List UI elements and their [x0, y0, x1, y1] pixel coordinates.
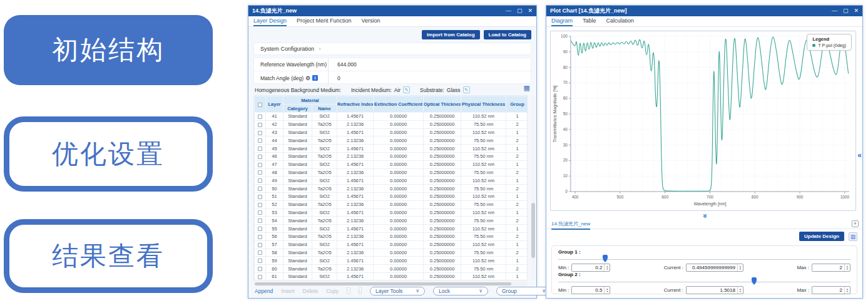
- minimize-icon[interactable]: —: [506, 6, 511, 16]
- workflow-step-1[interactable]: 初始结构: [4, 15, 213, 85]
- reference-wavelength-value[interactable]: 644.000: [328, 58, 531, 71]
- edit-substrate-icon[interactable]: ✎: [463, 86, 470, 93]
- load-to-catalog-button[interactable]: Load to Catalog: [484, 30, 531, 39]
- collapse-panel-icon[interactable]: «: [857, 151, 862, 160]
- tab-calculation[interactable]: Calculation: [606, 16, 635, 26]
- close-icon[interactable]: ✕: [528, 6, 533, 16]
- current-input[interactable]: 0.49459999999999▴▾: [686, 264, 743, 272]
- select-all-checkbox[interactable]: [258, 103, 262, 107]
- row-checkbox[interactable]: [258, 131, 262, 135]
- row-checkbox[interactable]: [258, 267, 262, 271]
- tab-project-merit-function[interactable]: Project Merit Function: [297, 16, 352, 26]
- row-checkbox[interactable]: [258, 235, 262, 239]
- spinner-down-icon[interactable]: ▾: [606, 268, 608, 270]
- row-checkbox[interactable]: [258, 210, 262, 215]
- table-cell: 0.25000000: [424, 200, 461, 208]
- plot-window-titlebar[interactable]: Plot Chart [14.负滤光片_new] — ▢ ✕: [546, 6, 862, 16]
- workflow-step-2[interactable]: 优化设置: [4, 116, 213, 192]
- tab-table[interactable]: Table: [583, 16, 596, 26]
- minimize-icon[interactable]: —: [832, 6, 837, 16]
- slider-handle[interactable]: [603, 255, 608, 259]
- tab-version[interactable]: Version: [362, 16, 380, 26]
- spinner-buttons[interactable]: ▴▾: [737, 264, 743, 271]
- row-checkbox[interactable]: [258, 275, 262, 279]
- svg-text:1000: 1000: [840, 195, 850, 199]
- info-icon[interactable]: i: [312, 75, 318, 81]
- spinner-down-icon[interactable]: ▾: [847, 290, 848, 293]
- match-angle-value[interactable]: 0: [328, 71, 531, 85]
- append-button[interactable]: Append: [255, 288, 273, 294]
- row-checkbox[interactable]: [258, 218, 262, 223]
- slider-handle[interactable]: [752, 277, 757, 282]
- svg-text:0: 0: [565, 189, 568, 193]
- group-dropdown[interactable]: Group∨: [496, 287, 551, 295]
- table-cell: 110.52 nm: [461, 145, 506, 153]
- row-checkbox[interactable]: [258, 259, 262, 263]
- spinner-buttons[interactable]: ▴▾: [604, 264, 610, 271]
- import-from-catalog-button[interactable]: Import from Catalog: [422, 30, 479, 39]
- tab-diagram[interactable]: Diagram: [551, 16, 573, 26]
- svg-text:10: 10: [563, 173, 568, 178]
- row-checkbox[interactable]: [258, 227, 262, 231]
- row-checkbox[interactable]: [258, 155, 262, 159]
- max-input[interactable]: 2▴▾: [812, 286, 850, 294]
- layer-window-titlebar[interactable]: 14.负滤光片_new — ▢ ✕: [248, 6, 536, 16]
- table-cell: 110.52 nm: [461, 160, 506, 168]
- min-input[interactable]: 0.5▴▾: [571, 286, 610, 294]
- table-cell: SiO2: [312, 208, 337, 217]
- spinner-buttons[interactable]: ▴▾: [844, 287, 850, 294]
- move-up-button[interactable]: ↑: [347, 287, 350, 294]
- table-row: 52StandardTa2O52.132360.000000.250000007…: [255, 200, 528, 208]
- spinner-down-icon[interactable]: ▾: [740, 268, 741, 270]
- system-configuration-header[interactable]: System Configuration ›: [253, 43, 531, 55]
- spinner-down-icon[interactable]: ▾: [740, 290, 741, 293]
- max-input[interactable]: 2▴▾: [812, 264, 850, 272]
- spinner-down-icon[interactable]: ▾: [606, 290, 608, 293]
- group-1-slider[interactable]: [558, 255, 850, 263]
- expand-icon[interactable]: +: [852, 220, 859, 227]
- row-checkbox[interactable]: [258, 195, 262, 199]
- collapse-bottom-icon[interactable]: «: [700, 214, 709, 218]
- row-checkbox[interactable]: [258, 203, 262, 207]
- table-cell: Standard: [283, 240, 312, 249]
- row-checkbox[interactable]: [258, 243, 262, 247]
- table-vertical-scrollbar[interactable]: [531, 95, 535, 280]
- row-checkbox[interactable]: [258, 123, 262, 127]
- spinner-buttons[interactable]: ▴▾: [844, 264, 850, 271]
- spinner-buttons[interactable]: ▴▾: [737, 287, 743, 294]
- row-checkbox[interactable]: [258, 178, 262, 183]
- maximize-icon[interactable]: ▢: [517, 6, 523, 16]
- row-checkbox[interactable]: [258, 138, 262, 143]
- row-checkbox[interactable]: [258, 170, 262, 175]
- layer-tools-dropdown[interactable]: Layer Tools∨: [370, 287, 425, 295]
- vertical-scrollbar-thumb[interactable]: [531, 203, 535, 259]
- lock-dropdown[interactable]: Lock∨: [433, 287, 488, 295]
- current-field-group: Current :1.5018▴▾: [664, 286, 743, 294]
- table-cell: 0.25000000: [424, 232, 461, 240]
- workflow-step-3[interactable]: 结果查看: [4, 219, 213, 293]
- min-input[interactable]: 0.2▴▾: [571, 264, 610, 272]
- table-settings-icon[interactable]: ▦: [524, 85, 530, 91]
- update-design-button[interactable]: Update Design: [799, 232, 844, 241]
- edit-incident-medium-icon[interactable]: ✎: [403, 86, 410, 93]
- maximize-icon[interactable]: ▢: [843, 6, 849, 16]
- row-checkbox[interactable]: [258, 146, 262, 151]
- max-value: 2: [812, 264, 844, 271]
- row-checkbox[interactable]: [258, 250, 262, 255]
- table-cell: 0.25000000: [424, 272, 461, 280]
- spinner-buttons[interactable]: ▴▾: [604, 287, 610, 294]
- gear-icon[interactable]: ⚙: [305, 75, 310, 81]
- row-checkbox[interactable]: [258, 163, 262, 167]
- design-tab[interactable]: 14.负滤光片_new: [551, 220, 590, 230]
- move-down-button[interactable]: ↓: [359, 287, 362, 294]
- chevron-down-icon: ∨: [416, 288, 419, 294]
- chart-export-icon[interactable]: ▥: [849, 232, 857, 241]
- table-cell: 2.13236: [337, 168, 374, 177]
- row-checkbox[interactable]: [258, 187, 262, 191]
- group-2-slider[interactable]: [558, 277, 850, 285]
- tab-layer-design[interactable]: Layer Design: [253, 16, 287, 26]
- close-icon[interactable]: ✕: [854, 6, 859, 16]
- spinner-down-icon[interactable]: ▾: [847, 268, 848, 270]
- current-input[interactable]: 1.5018▴▾: [686, 286, 743, 294]
- row-checkbox[interactable]: [258, 115, 262, 119]
